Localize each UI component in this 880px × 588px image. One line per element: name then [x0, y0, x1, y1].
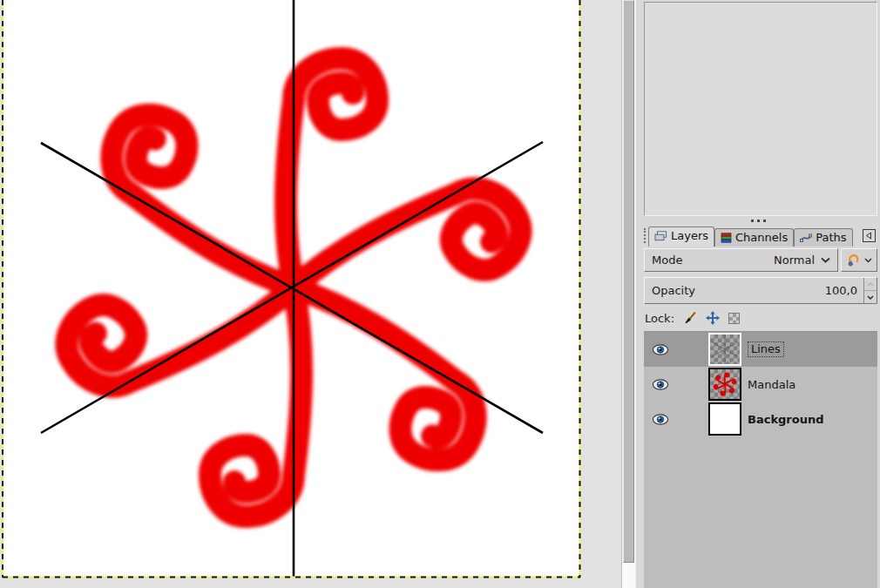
lock-row: Lock:: [645, 308, 880, 328]
tab-drag-handle[interactable]: [644, 228, 646, 243]
paths-icon: [800, 233, 812, 243]
tab-label: Channels: [735, 231, 788, 244]
chevron-down-icon: [867, 295, 874, 300]
tab-paths[interactable]: Paths: [794, 228, 852, 247]
layers-icon: [654, 231, 667, 241]
visibility-toggle[interactable]: [644, 414, 677, 425]
eye-icon: [652, 414, 669, 425]
chevron-down-icon: [864, 258, 872, 263]
gimp-window: Layers Channels Paths: [0, 0, 880, 588]
canvas-vertical-scrollbar[interactable]: [621, 0, 635, 588]
grip-dot: [757, 220, 760, 222]
mode-value: Normal: [774, 253, 815, 267]
mode-options-button[interactable]: [841, 248, 877, 272]
move-icon[interactable]: [706, 311, 720, 325]
image-canvas[interactable]: [0, 0, 621, 588]
layers-dock: Layers Channels Paths: [635, 0, 880, 588]
eye-icon: [652, 344, 669, 355]
chevron-down-icon: [821, 257, 830, 263]
left-triangle-icon: [864, 231, 874, 240]
grip-dot: [763, 220, 766, 222]
scrollbar-thumb[interactable]: [623, 0, 634, 563]
layer-thumbnail-lines[interactable]: [708, 333, 741, 366]
lock-label: Lock:: [645, 312, 674, 325]
layer-name[interactable]: Background: [748, 413, 824, 426]
alpha-checker-icon[interactable]: [728, 313, 740, 324]
visibility-toggle[interactable]: [644, 379, 677, 390]
grip-dot: [751, 220, 754, 222]
dialog-tab-bar: Layers Channels Paths: [636, 225, 880, 247]
layer-name[interactable]: Mandala: [748, 378, 795, 391]
spin-up-button[interactable]: [864, 278, 877, 290]
layer-thumbnail-background[interactable]: [708, 402, 741, 436]
layer-row-lines[interactable]: Lines: [644, 332, 877, 367]
opacity-spinner: [863, 278, 877, 303]
layer-row-background[interactable]: Background: [644, 402, 877, 436]
mandala-drawing[interactable]: [0, 0, 621, 588]
layer-list: Lines: [644, 331, 877, 588]
tab-label: Paths: [816, 231, 846, 244]
opacity-value: 100,0: [825, 284, 857, 297]
mode-label: Mode: [652, 253, 682, 267]
mode-row: Mode Normal: [644, 248, 877, 272]
opacity-label: Opacity: [652, 284, 695, 297]
visibility-toggle[interactable]: [644, 344, 677, 355]
tab-menu-button[interactable]: [863, 229, 876, 242]
channels-icon: [721, 233, 732, 243]
layer-thumbnail-mandala[interactable]: [708, 368, 741, 401]
reset-mode-icon: [847, 253, 861, 267]
dock-resize-grip[interactable]: [636, 216, 880, 225]
tab-channels[interactable]: Channels: [714, 228, 794, 247]
tab-layers[interactable]: Layers: [648, 226, 714, 247]
empty-dockable-area: [644, 2, 877, 216]
brush-icon[interactable]: [683, 311, 697, 325]
layer-name[interactable]: Lines: [748, 341, 784, 357]
layer-mode-dropdown[interactable]: Mode Normal: [644, 248, 838, 272]
opacity-slider[interactable]: Opacity 100,0: [644, 277, 877, 304]
layer-row-mandala[interactable]: Mandala: [644, 367, 877, 402]
tab-label: Layers: [671, 229, 708, 242]
chevron-up-icon: [867, 282, 874, 287]
eye-icon: [652, 379, 669, 390]
spin-down-button[interactable]: [864, 290, 877, 303]
